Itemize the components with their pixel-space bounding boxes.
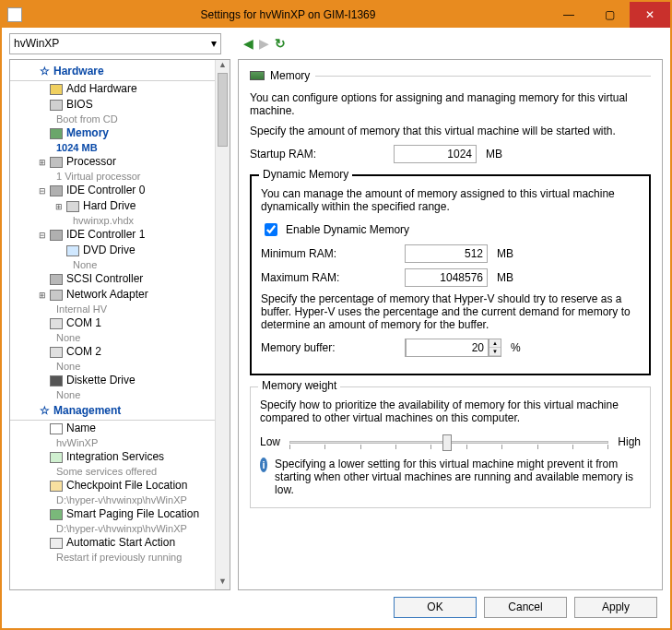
scsi-icon	[50, 274, 63, 285]
vm-selector-value: hvWinXP	[14, 37, 59, 50]
tree-auto-start[interactable]: Automatic Start Action	[10, 535, 230, 551]
smart-paging-icon	[50, 509, 63, 520]
min-ram-label: Minimum RAM:	[261, 247, 399, 260]
hard-drive-icon	[66, 201, 79, 212]
auto-start-icon	[50, 538, 63, 549]
nav-forward-button[interactable]: ▶	[259, 36, 269, 51]
ide-icon	[50, 230, 63, 241]
memory-settings-panel: Memory You can configure options for ass…	[238, 59, 663, 590]
tree-scrollbar[interactable]: ▲ ▼	[215, 60, 230, 589]
tree-network-sub: Internal HV	[10, 303, 230, 315]
enable-dynamic-memory-checkbox[interactable]	[265, 223, 277, 236]
memory-weight-title: Memory weight	[258, 379, 340, 392]
ok-button[interactable]: OK	[394, 597, 477, 618]
nav-back-button[interactable]: ◀	[243, 36, 253, 51]
window-icon	[7, 7, 22, 22]
cancel-button[interactable]: Cancel	[484, 597, 567, 618]
maximize-button[interactable]: ▢	[589, 2, 630, 28]
startup-ram-label: Startup RAM:	[250, 148, 388, 160]
tree-checkpoint[interactable]: Checkpoint File Location	[10, 478, 230, 493]
info-icon: i	[260, 458, 267, 472]
tree-name[interactable]: Name	[10, 421, 230, 436]
memory-buffer-spinner[interactable]: ▲ ▼	[405, 339, 501, 357]
tree-smart-paging[interactable]: Smart Paging File Location	[10, 506, 230, 522]
spinner-down-icon[interactable]: ▼	[489, 348, 501, 356]
memory-buffer-input[interactable]	[406, 339, 489, 357]
tree-diskette-sub: None	[10, 388, 230, 401]
vm-selector[interactable]: hvWinXP ▾	[9, 33, 221, 54]
diskette-icon	[50, 375, 63, 386]
scroll-up-icon[interactable]: ▲	[216, 60, 230, 73]
minimize-button[interactable]: —	[548, 2, 589, 28]
max-ram-label: Maximum RAM:	[261, 271, 399, 284]
tree-add-hardware[interactable]: Add Hardware	[10, 81, 230, 97]
tree-auto-sub: Restart if previously running	[10, 551, 230, 564]
tree-smart-sub: D:\hyper-v\hvwinxp\hvWinXP	[10, 522, 230, 535]
slider-thumb[interactable]	[442, 434, 452, 451]
dynamic-memory-group: Dynamic Memory You can manage the amount…	[250, 174, 651, 375]
tree-hard-drive[interactable]: ⊞ Hard Drive	[10, 198, 230, 214]
slider-high-label: High	[618, 435, 641, 448]
startup-ram-unit: MB	[486, 148, 502, 160]
tree-network-adapter[interactable]: ⊞ Network Adapter	[10, 287, 230, 303]
chevron-down-icon: ▾	[211, 37, 217, 50]
tree-bios[interactable]: BIOS	[10, 97, 230, 113]
memory-weight-info: Specifying a lower setting for this virt…	[275, 458, 641, 496]
memory-buffer-label: Memory buffer:	[261, 341, 399, 354]
dynamic-memory-desc: You can manage the amount of memory assi…	[261, 187, 640, 213]
min-ram-unit: MB	[497, 247, 513, 260]
name-icon	[50, 423, 63, 434]
memory-weight-slider[interactable]	[289, 432, 608, 452]
hardware-category: ☆ Hardware	[10, 62, 230, 81]
buffer-desc: Specify the percentage of memory that Hy…	[261, 292, 640, 331]
memory-weight-group: Memory weight Specify how to prioritize …	[250, 386, 651, 508]
tree-name-sub: hvWinXP	[10, 436, 230, 449]
management-category: ☆ Management	[10, 401, 230, 421]
toolbar: hvWinXP ▾ ◀ ▶ ↻	[2, 28, 670, 59]
tree-com2[interactable]: COM 2	[10, 344, 230, 360]
tree-processor[interactable]: ⊞ Processor	[10, 154, 230, 170]
scroll-thumb[interactable]	[218, 73, 228, 147]
tree-hard-drive-sub: hvwinxp.vhdx	[10, 214, 230, 227]
add-hardware-icon	[50, 84, 63, 95]
tree-scsi[interactable]: SCSI Controller	[10, 271, 230, 287]
settings-tree[interactable]: ☆ Hardware Add Hardware BIOS Boot from C…	[9, 59, 230, 590]
memory-heading: Memory	[270, 69, 310, 82]
tree-com1-sub: None	[10, 331, 230, 344]
com-icon	[50, 347, 63, 358]
tree-com1[interactable]: COM 1	[10, 315, 230, 331]
scroll-down-icon[interactable]: ▼	[216, 577, 230, 589]
tree-integration-sub: Some services offered	[10, 465, 230, 478]
tree-dvd-sub: None	[10, 258, 230, 271]
com-icon	[50, 318, 63, 329]
memory-icon	[50, 128, 63, 139]
memory-weight-desc: Specify how to prioritize the availabili…	[260, 398, 641, 424]
apply-button[interactable]: Apply	[574, 597, 657, 618]
bios-icon	[50, 100, 63, 111]
startup-ram-input[interactable]	[394, 145, 477, 163]
memory-intro: You can configure options for assigning …	[250, 91, 651, 117]
tree-integration[interactable]: Integration Services	[10, 449, 230, 465]
tree-processor-sub: 1 Virtual processor	[10, 170, 230, 183]
enable-dynamic-memory-label: Enable Dynamic Memory	[286, 223, 409, 236]
dvd-icon	[66, 245, 79, 256]
max-ram-input[interactable]	[405, 268, 488, 287]
close-button[interactable]: ✕	[630, 2, 670, 28]
tree-dvd-drive[interactable]: DVD Drive	[10, 243, 230, 258]
tree-com2-sub: None	[10, 360, 230, 373]
tree-checkpoint-sub: D:\hyper-v\hvwinxp\hvWinXP	[10, 493, 230, 506]
max-ram-unit: MB	[497, 271, 513, 284]
min-ram-input[interactable]	[405, 244, 488, 263]
tree-bios-sub: Boot from CD	[10, 113, 230, 125]
tree-diskette[interactable]: Diskette Drive	[10, 373, 230, 388]
processor-icon	[50, 157, 63, 168]
memory-buffer-unit: %	[511, 341, 521, 354]
spinner-up-icon[interactable]: ▲	[489, 339, 501, 348]
refresh-button[interactable]: ↻	[275, 36, 286, 51]
window-title: Settings for hvWinXP on GIM-I1369	[28, 8, 548, 21]
tree-memory[interactable]: Memory	[10, 125, 230, 141]
tree-ide0[interactable]: ⊟ IDE Controller 0	[10, 183, 230, 198]
slider-low-label: Low	[260, 435, 280, 448]
titlebar: Settings for hvWinXP on GIM-I1369 — ▢ ✕	[2, 2, 670, 28]
tree-ide1[interactable]: ⊟ IDE Controller 1	[10, 227, 230, 243]
